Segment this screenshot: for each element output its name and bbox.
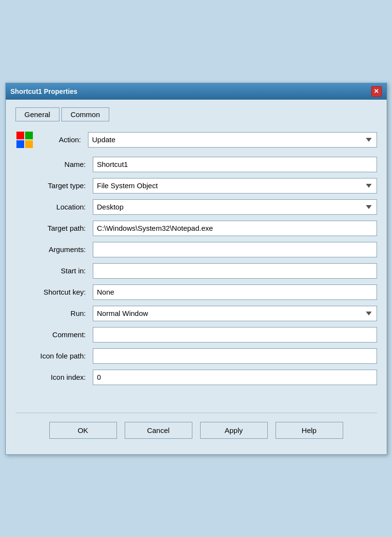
svg-rect-0 [16, 132, 24, 139]
tab-general[interactable]: General [15, 107, 59, 121]
shortcut-key-input[interactable] [93, 284, 377, 300]
location-label: Location: [15, 203, 93, 211]
location-row: Location: Desktop Start Menu Programs St… [15, 199, 377, 215]
icon-index-label: Icon index: [15, 373, 93, 381]
start-in-field [93, 263, 377, 279]
shortcut-key-field [93, 284, 377, 300]
arguments-field [93, 242, 377, 257]
svg-rect-3 [25, 140, 33, 148]
start-in-input[interactable] [93, 263, 377, 279]
name-row: Name: [15, 156, 377, 173]
run-field: Normal Window Minimized Maximized [93, 306, 377, 321]
action-row: Action: Update Create Delete Replace [15, 130, 377, 149]
run-select[interactable]: Normal Window Minimized Maximized [93, 306, 377, 321]
name-label: Name: [15, 160, 93, 168]
target-path-row: Target path: [15, 220, 377, 237]
start-in-label: Start in: [15, 267, 93, 275]
tab-common[interactable]: Common [61, 107, 109, 121]
ok-button[interactable]: OK [49, 422, 117, 439]
name-field [93, 157, 377, 172]
close-button[interactable]: ✕ [371, 86, 382, 97]
target-type-label: Target type: [15, 181, 93, 190]
apply-button[interactable]: Apply [200, 422, 268, 439]
target-type-row: Target type: File System Object URL Shel… [15, 178, 377, 194]
windows-icon [15, 131, 34, 149]
svg-rect-2 [16, 140, 24, 148]
icon-index-input[interactable] [93, 370, 377, 385]
arguments-label: Arguments: [15, 245, 93, 254]
target-path-input[interactable] [93, 221, 377, 236]
action-label: Action: [34, 135, 88, 144]
name-input[interactable] [93, 157, 377, 172]
button-row: OK Cancel Apply Help [15, 413, 377, 447]
icon-fole-path-label: Icon fole path: [15, 352, 93, 360]
run-label: Run: [15, 309, 93, 317]
window-content: General Common Action: Update Create [6, 100, 387, 454]
comment-row: Comment: [15, 327, 377, 343]
window-title: Shortcut1 Properties [11, 88, 77, 95]
tab-row: General Common [15, 107, 377, 121]
arguments-row: Arguments: [15, 241, 377, 258]
icon-index-field [93, 370, 377, 385]
target-path-field [93, 221, 377, 236]
comment-input[interactable] [93, 327, 377, 343]
properties-window: Shortcut1 Properties ✕ General Common Ac… [5, 83, 387, 455]
start-in-row: Start in: [15, 263, 377, 279]
comment-label: Comment: [15, 330, 93, 339]
comment-field [93, 327, 377, 343]
location-field: Desktop Start Menu Programs Startup [93, 199, 377, 215]
location-select[interactable]: Desktop Start Menu Programs Startup [93, 199, 377, 215]
arguments-input[interactable] [93, 242, 377, 257]
shortcut-key-label: Shortcut key: [15, 288, 93, 296]
run-row: Run: Normal Window Minimized Maximized [15, 305, 377, 322]
svg-rect-1 [25, 132, 33, 139]
help-button[interactable]: Help [276, 422, 343, 439]
action-select[interactable]: Update Create Delete Replace [88, 132, 377, 148]
action-field: Update Create Delete Replace [88, 132, 377, 148]
target-type-select[interactable]: File System Object URL Shell Object [93, 178, 377, 194]
icon-index-row: Icon index: [15, 369, 377, 386]
target-path-label: Target path: [15, 224, 93, 232]
title-bar: Shortcut1 Properties ✕ [6, 83, 387, 100]
cancel-button[interactable]: Cancel [125, 422, 192, 439]
icon-fole-path-input[interactable] [93, 348, 377, 364]
icon-fole-path-row: Icon fole path: [15, 348, 377, 364]
form-area: Action: Update Create Delete Replace Nam… [15, 130, 377, 389]
shortcut-key-row: Shortcut key: [15, 284, 377, 300]
icon-fole-path-field [93, 348, 377, 364]
target-type-field: File System Object URL Shell Object [93, 178, 377, 194]
